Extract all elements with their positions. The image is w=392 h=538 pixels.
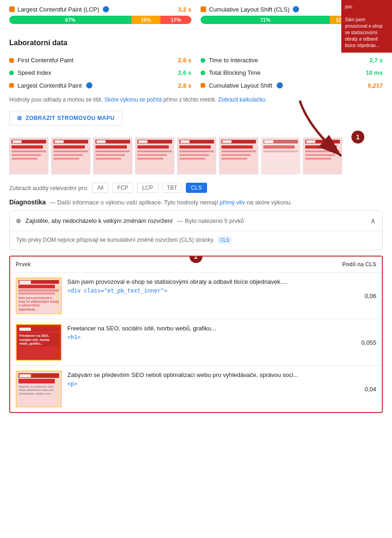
col-header-element: Prvek [10,257,332,273]
thumbnail-1[interactable] [9,137,48,174]
tti-label: Time to Interactive [209,57,258,64]
lcp-info-icon[interactable]: 🔵 [102,6,109,13]
table-row: Sám jsem provozoval e-shop se statisicov… [10,273,382,319]
thumbnail-2[interactable] [51,137,90,174]
fcp-value: 2,6 s [178,57,191,64]
row1-title: Sám jsem provozoval e-shop se statisicov… [67,277,327,287]
thumbnail-3[interactable] [93,137,132,174]
hint-text: Hodnoty jsou odhady a mohou se lišit. Sk… [9,96,383,104]
lcp-bar-orange: 16% [131,16,160,24]
hint-suffix: . [267,96,268,103]
lcp-info-lab[interactable]: 🔵 [85,82,93,89]
diagnostika-title: Diagnostika [9,198,46,206]
audit-filter-row: Zobrazit audity relevantní pro: All FCP … [9,183,383,193]
filter-cls-btn[interactable]: CLS [186,183,207,193]
tbt-metric: Total Blocking Time 10 ms [201,69,383,76]
fcp-dot [9,58,14,63]
table-cell-element-3: Zabývám se především SEO neboli optimali… [10,366,332,412]
hint-middle: přímo z těchto metrik. [163,96,216,103]
accordion-found: — Bylo nalezeno 5 prvků [177,217,244,224]
lcp-metric-top: Largest Contentful Paint (LCP) 🔵 3,2 s 6… [9,6,191,24]
table-row: Zabývám se především SEO neboli optimali… [10,366,382,412]
lcp-value-top: 3,2 s [178,6,191,13]
tti-metric: Time to Interactive 2,7 s [201,57,383,64]
lcp-bar: 67% 16% 17% [9,16,191,24]
cls-dot [201,83,205,88]
cls-label-top: Cumulative Layout Shift (CLS) [209,6,290,13]
cls-info-icon-top[interactable]: 🔵 [292,6,300,13]
cls-bar-green: 71% [201,16,330,24]
tbt-dot [201,71,205,75]
lab-section: Laboratorní data ≡ ⊞ First Contentful Pa… [0,29,392,137]
accordion-dot [16,219,21,223]
filter-fcp-btn[interactable]: FCP [112,183,133,193]
table-cell-element-1: Sám jsem provozoval e-shop se statisicov… [10,273,332,319]
si-label: Speed Index [18,69,51,76]
accordion-header[interactable]: Zajistěte, aby nedocházelo k velkým změn… [10,211,382,231]
diagnostika-header: Diagnostika — Další informace o výkonu v… [0,198,392,206]
diagnostika-subtitle: — Další informace o výkonu vaší aplikace… [49,199,292,206]
hint-link2[interactable]: Zobrazit kalkulačku [218,96,266,103]
row2-code: <h1> [67,333,327,341]
accordion-body-text: Tyto prvky DOM nejvíce přispívají ke kum… [16,237,214,243]
si-value: 2,6 s [178,69,191,76]
row1-code: <div class="et_pb_text_inner"> [67,287,327,295]
audit-filter-label: Zobrazit audity relevantní pro: [9,185,89,191]
cls-value-lab: 0,217 [368,82,383,89]
table-cell-element-2: Freelancer na SEO, sociální sítě, tvorbu… [10,319,332,366]
thumbnail-row3: Zabývám se především SEO neboli optimali… [16,371,62,407]
thumbnail-5[interactable] [177,137,216,174]
col-header-share: Podíl na CLS [332,257,382,273]
table-row: Freelancer na SEO, sociální sítě, tvorbu… [10,319,382,366]
lcp-label: Largest Contentful Paint (LCP) [18,6,99,13]
diagnostika-link[interactable]: přímý vliv [220,199,245,206]
thumbnail-7[interactable] [261,137,300,174]
table-text-1: Sám jsem provozoval e-shop se statisicov… [67,277,327,295]
table-value-2: 0,055 [332,319,382,366]
lcp-bar-green: 67% [9,16,131,24]
hint-link1[interactable]: Skóre výkonu se počítá [104,96,162,103]
side-popup: pocSám jsem provozoval e-shop se statisi… [341,0,392,53]
accordion-body: Tyto prvky DOM nejvíce přispívají ke kum… [10,231,382,250]
filter-lcp-btn[interactable]: LCP [137,183,158,193]
thumbnail-row1: Sám jsem provozoval e-shop se statisicov… [16,277,62,314]
side-popup-text: pocSám jsem provozoval e-shop se statisi… [345,4,388,49]
row2-title: Freelancer na SEO, sociální sítě, tvorbu… [67,324,327,333]
thumbnail-4[interactable] [135,137,174,174]
tbt-label: Total Blocking Time [209,69,261,76]
table-value-1: 0,06 [332,273,382,319]
cls-icon-top [201,6,206,12]
thumbnail-8[interactable] [303,137,342,174]
thumbnail-row2: Freelancer na SEO, sociální sítě, tvorbu… [16,324,62,361]
accordion-item: Zajistěte, aby nedocházelo k velkým změn… [9,210,383,250]
lcp-dot [9,83,14,88]
row3-code: <p> [67,380,327,388]
thumbnail-6[interactable] [219,137,258,174]
cls-metric: Cumulative Layout Shift 🔵 0,217 [201,82,383,89]
thumbnails-row [9,137,383,176]
results-table-wrapper: 2 Prvek Podíl na CLS [9,256,383,413]
stromova-icon: ⊞ [17,115,22,121]
table-text-3: Zabývám se především SEO neboli optimali… [67,371,327,388]
lcp-metric: Largest Contentful Paint 🔵 2,8 s [9,82,191,89]
lcp-icon [9,6,15,12]
audit-filter-section: Zobrazit audity relevantní pro: All FCP … [0,183,392,193]
accordion-title: Zajistěte, aby nedocházelo k velkým změn… [25,217,172,224]
top-metrics: Largest Contentful Paint (LCP) 🔵 3,2 s 6… [0,0,392,29]
lcp-label-lab: Largest Contentful Paint [18,82,82,89]
fcp-label: First Contentful Paint [18,57,73,64]
lab-title: Laboratorní data [9,39,67,47]
si-dot [9,71,14,75]
stromova-mapa-button[interactable]: ⊞ ZOBRAZIT STROMOVOU MAPU [9,111,122,126]
accordion-chevron-icon: ∧ [370,216,376,225]
metrics-grid: First Contentful Paint 2,6 s Time to Int… [9,57,383,89]
table-value-3: 0,04 [332,366,382,412]
results-table: Prvek Podíl na CLS [10,257,382,412]
tti-dot [201,58,205,63]
filter-all-btn[interactable]: All [92,183,108,193]
filter-tbt-btn[interactable]: TBT [162,183,183,193]
cls-label-lab: Cumulative Layout Shift [209,82,272,89]
cls-info-lab[interactable]: 🔵 [276,82,283,89]
cls-badge: CLS [218,236,231,244]
si-metric: Speed Index 2,6 s [9,69,191,76]
